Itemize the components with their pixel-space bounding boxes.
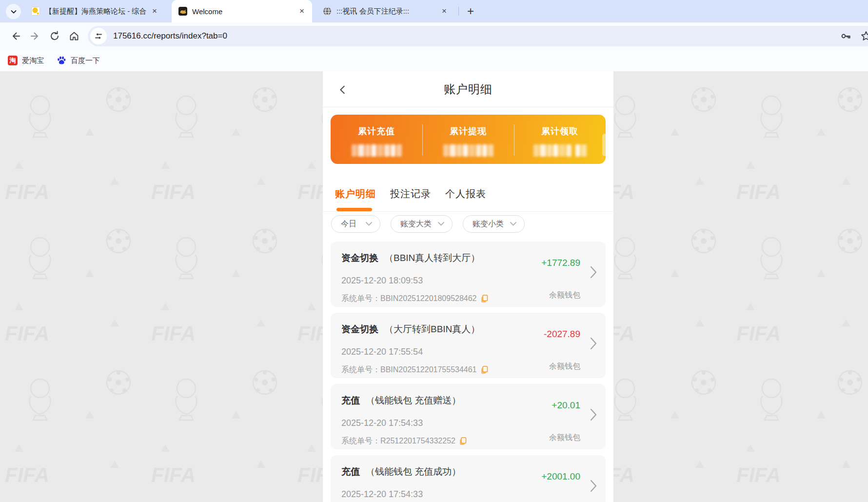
filter-date-dropdown[interactable]: 今日 (331, 215, 380, 233)
filter-label: 账变大类 (400, 219, 432, 229)
tab-close-icon[interactable]: × (296, 6, 307, 17)
order-number: BBIN202512201809528462 (380, 293, 477, 304)
wallet-label: 余额钱包 (549, 433, 580, 443)
baidu-paw-icon (57, 56, 66, 65)
tab-title: :::视讯 会员下注纪录::: (336, 7, 439, 16)
browser-tab-forum[interactable]: 【新提醒】海燕策略论坛 - 综合 × (24, 0, 165, 22)
bookmarks-bar: 淘 爱淘宝 百度一下 (0, 50, 868, 71)
bookmark-taobao[interactable]: 淘 爱淘宝 (8, 56, 44, 65)
transaction-amount: +2001.00 (541, 471, 580, 482)
forward-button[interactable] (25, 26, 45, 46)
wallet-label: 余额钱包 (549, 290, 580, 301)
filter-label: 账变小类 (473, 219, 504, 229)
transaction-list: 资金切换（BBIN真人转到大厅） 2025-12-20 18:09:53 系统单… (323, 236, 613, 502)
chevron-right-icon (590, 408, 597, 421)
transaction-amount: -2027.89 (544, 329, 580, 340)
tab-personal-report[interactable]: 个人报表 (445, 182, 486, 211)
tab-search-button[interactable] (6, 4, 21, 19)
stat-total-deposit: 累计充值 (331, 115, 422, 164)
chevron-right-icon (590, 266, 597, 279)
masked-value (443, 144, 493, 157)
chevron-right-icon (590, 337, 597, 350)
filter-minor-type-dropdown[interactable]: 账变小类 (463, 215, 525, 233)
wallet-label: 余额钱包 (549, 361, 580, 372)
web-page: FIFA (0, 71, 868, 502)
stat-total-withdraw: 累计提现 (422, 115, 514, 164)
chevron-down-icon (10, 8, 18, 16)
tab-separator (458, 7, 459, 16)
tab-account-detail[interactable]: 账户明细 (335, 182, 376, 211)
back-button[interactable] (6, 26, 25, 46)
transaction-row[interactable]: 充值（钱能钱包 充值成功） 2025-12-20 17:54:33 系统单号：R… (331, 455, 606, 502)
masked-value (533, 144, 587, 157)
password-key-icon[interactable] (840, 30, 851, 42)
page-title: 账户明细 (444, 81, 493, 97)
browser-tab-records[interactable]: :::视讯 会员下注纪录::: × (316, 0, 454, 22)
copy-icon[interactable] (481, 295, 488, 303)
back-arrow-icon (10, 30, 21, 42)
order-number: BBIN202512201755534461 (380, 364, 477, 375)
bookmark-label: 百度一下 (71, 56, 100, 65)
chevron-down-icon (366, 222, 372, 226)
stat-label: 累计领取 (541, 125, 578, 137)
filter-major-type-dropdown[interactable]: 账变大类 (391, 215, 453, 233)
stat-label: 累计提现 (450, 125, 487, 137)
reload-icon (49, 30, 60, 42)
transaction-row[interactable]: 资金切换（大厅转到BBIN真人） 2025-12-20 17:55:54 系统单… (331, 313, 606, 378)
stat-total-claimed: 累计领取 (514, 115, 606, 164)
back-button-app[interactable] (336, 83, 349, 96)
transaction-time: 2025-12-20 18:09:53 (341, 275, 595, 286)
tab-title: Welcome (192, 7, 296, 16)
stat-label: 累计充值 (358, 125, 395, 137)
filter-label: 今日 (341, 219, 356, 229)
order-label: 系统单号： (341, 436, 380, 446)
bookmark-baidu[interactable]: 百度一下 (57, 56, 100, 65)
browser-toolbar: 175616.cc/reports/index?tab=0 (0, 22, 868, 50)
address-bar[interactable]: 175616.cc/reports/index?tab=0 (88, 26, 868, 46)
panel-header: 账户明细 (323, 71, 613, 107)
forum-favicon-icon (31, 7, 40, 16)
new-tab-button[interactable]: + (463, 4, 478, 19)
order-label: 系统单号： (341, 364, 380, 375)
globe-favicon-icon (323, 7, 332, 16)
carousel-next-card-peek (602, 134, 607, 156)
transaction-row[interactable]: 充值（钱能钱包 充值赠送） 2025-12-20 17:54:33 系统单号：R… (331, 384, 606, 449)
tab-close-icon[interactable]: × (439, 6, 450, 17)
summary-stats-card: 累计充值 累计提现 累计领取 (331, 115, 606, 164)
transaction-type: 资金切换 (341, 253, 378, 263)
copy-icon[interactable] (481, 366, 488, 374)
copy-icon[interactable] (459, 437, 467, 445)
bookmark-label: 爱淘宝 (22, 56, 44, 65)
forward-arrow-icon (29, 30, 41, 42)
taobao-icon: 淘 (8, 56, 18, 65)
home-icon (68, 30, 80, 42)
order-number: R2512201754332252 (380, 436, 455, 446)
order-label: 系统单号： (341, 293, 380, 304)
tab-close-icon[interactable]: × (149, 6, 160, 17)
chevron-down-icon (438, 222, 444, 226)
transaction-type: 充值 (341, 395, 360, 405)
tab-bet-records[interactable]: 投注记录 (390, 182, 431, 211)
transaction-time: 2025-12-20 17:54:33 (341, 488, 595, 500)
home-button[interactable] (64, 26, 84, 46)
chevron-down-icon (510, 222, 516, 226)
transaction-amount: +20.01 (552, 400, 580, 411)
transaction-row[interactable]: 资金切换（BBIN真人转到大厅） 2025-12-20 18:09:53 系统单… (331, 241, 606, 307)
url-text[interactable]: 175616.cc/reports/index?tab=0 (113, 31, 227, 41)
transaction-time: 2025-12-20 17:54:33 (341, 417, 595, 429)
transaction-detail: （钱能钱包 充值赠送） (366, 395, 461, 405)
browser-tab-strip: 【新提醒】海燕策略论坛 - 综合 × Welcome × :::视讯 会员下注纪… (0, 0, 868, 22)
tab-title: 【新提醒】海燕策略论坛 - 综合 (45, 7, 149, 16)
bookmark-star-icon[interactable] (860, 30, 868, 42)
account-detail-panel: 账户明细 累计充值 累计提现 累计领取 账户明细 投注记录 个人报表 (323, 71, 613, 502)
transaction-detail: （钱能钱包 充值成功） (366, 466, 461, 477)
browser-tab-welcome[interactable]: Welcome × (172, 0, 312, 22)
report-tabs: 账户明细 投注记录 个人报表 (323, 182, 613, 212)
reload-button[interactable] (45, 26, 64, 46)
chevron-left-icon (337, 84, 348, 95)
transaction-amount: +1772.89 (541, 258, 580, 268)
site-info-button[interactable] (90, 28, 107, 44)
filter-row: 今日 账变大类 账变小类 (323, 212, 613, 236)
transaction-detail: （BBIN真人转到大厅） (384, 253, 480, 263)
chevron-right-icon (590, 480, 597, 492)
